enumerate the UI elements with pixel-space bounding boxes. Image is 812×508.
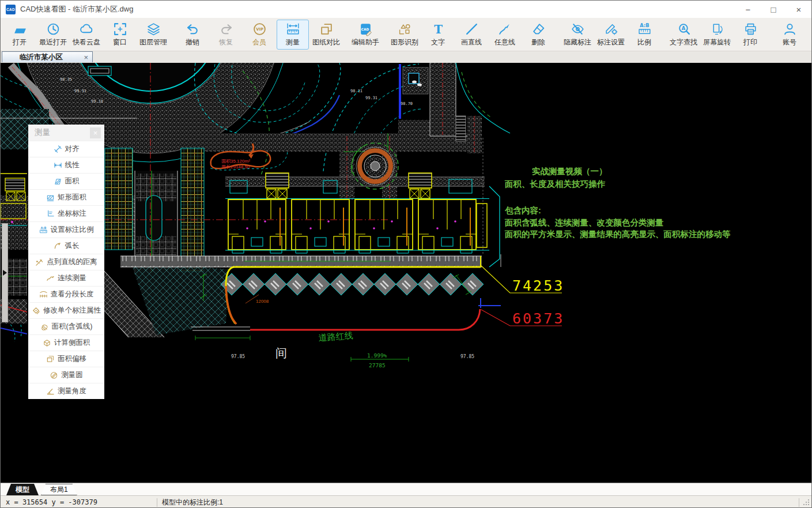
measure-tool-seglen[interactable]: 查看分段长度 (28, 286, 104, 302)
document-tab-close-icon[interactable]: × (80, 53, 92, 62)
measure-tool-offset[interactable]: 面积偏移 (28, 351, 104, 367)
measure-tool-label: 点到直线的距离 (47, 257, 97, 267)
toolbar-button-user[interactable]: 账号 (773, 20, 806, 50)
toolbar-button-compare[interactable]: 图纸对比 (310, 20, 342, 50)
collapsed-panel-strip[interactable] (2, 223, 8, 322)
measurement-red: 60373 (512, 310, 564, 327)
toolbar-button-printer[interactable]: 打印 (734, 20, 766, 50)
spot-elevation: 99.31 (365, 96, 377, 100)
toolbar-button-label: 打开 (13, 37, 27, 47)
measure-tool-align[interactable]: 对齐 (28, 141, 104, 157)
elev-right-label: 97.85 (460, 354, 474, 359)
measure-tool-p2l[interactable]: 点到直线的距离 (28, 254, 104, 270)
toolbar-button-label: 窗口 (113, 37, 127, 47)
measure-tool-label: 坐标标注 (58, 209, 86, 219)
toolbar-button-undo[interactable]: 撤销 (176, 20, 209, 50)
drawing-canvas[interactable]: 面积35.120m² 周长29148.50 (1, 63, 812, 483)
measure-tool-modattr[interactable]: 修改单个标注属性 (28, 302, 104, 318)
toolbar-button-rotate[interactable]: 屏幕旋转 (701, 20, 733, 50)
status-divider-right (799, 498, 799, 507)
elev-left-label: 97.85 (231, 354, 245, 359)
measure-tool-label: 设置标注比例 (51, 225, 94, 235)
measure-tool-label: 连续测量 (58, 273, 86, 283)
toolbar-button-label: 会员 (252, 37, 266, 47)
gate-label: 间 (275, 347, 287, 359)
toolbar-button-layers[interactable]: 图层管理 (137, 20, 169, 50)
slope-label: 1.999% (367, 352, 387, 359)
toolbar-button-label: 图形识别 (391, 37, 418, 47)
maximize-button[interactable]: □ (761, 1, 786, 18)
toolbar-button-folder[interactable]: 打开 (3, 20, 36, 50)
toolbar-button-shapes[interactable]: 图形识别 (388, 20, 421, 50)
length-label: 27785 (369, 362, 386, 368)
toolbar-button-pen[interactable]: 任意线 (489, 20, 521, 50)
toolbar-button-clock[interactable]: 最近打开 (37, 20, 69, 50)
annotation-scale-info: 模型中的标注比例:1 (157, 498, 799, 507)
measure-tool-label: 面积 (65, 176, 80, 186)
toolbar-button-redo[interactable]: 恢复 (210, 20, 242, 50)
close-button[interactable]: × (786, 1, 811, 18)
toolbar-button-pengear[interactable]: 标注设置 (595, 20, 627, 50)
measure-tool-scaleset[interactable]: A:B设置标注比例 (28, 221, 104, 238)
toolbar-button-ab[interactable]: A:B比例 (628, 20, 660, 50)
measure-tool-rectarea[interactable]: 矩形面积 (28, 189, 104, 205)
toolbar-button-line[interactable]: 画直线 (455, 20, 488, 50)
toolbar-button-cloud[interactable]: 快看云盘 (70, 20, 103, 50)
measure-tool-label: 测量角度 (58, 386, 86, 396)
toolbar-button-label: 比例 (637, 37, 651, 47)
measure-tool-angle[interactable]: 测量角度 (28, 383, 104, 399)
svg-text:CAD: CAD (361, 27, 369, 31)
measure-tool-label: 计算侧面积 (54, 338, 90, 348)
toolbar-button-measure[interactable]: 测量 (277, 20, 309, 50)
toolbar-button-label: 打印 (743, 37, 757, 47)
window-title: CAD快速看图 - 临沂市某小区.dwg (20, 4, 735, 14)
resize-grip[interactable] (803, 499, 810, 506)
toolbar-button-vip[interactable]: VIP会员 (243, 20, 275, 50)
toolbar-button-searchA[interactable]: A文字查找 (667, 20, 700, 50)
toolbar-button-label: 最近打开 (39, 37, 67, 47)
toolbar-button-label: 测量 (286, 37, 300, 47)
svg-text:T: T (434, 22, 443, 36)
measure-tool-areaarc[interactable]: 面积(含弧线) (28, 318, 104, 334)
status-bar: x = 315654 y = -307379 模型中的标注比例:1 (1, 495, 811, 508)
measure-tool-arc[interactable]: 弧长 (28, 238, 104, 254)
svg-text:A: A (681, 25, 685, 31)
measure-tool-coord[interactable]: 坐标标注 (28, 205, 104, 221)
measure-tool-label: 矩形面积 (58, 193, 86, 202)
document-tab[interactable]: 临沂市某小区 × (2, 51, 93, 62)
measure-panel-title: 测量 (35, 127, 90, 138)
toolbar-button-frame[interactable]: 窗口 (104, 20, 136, 50)
measured-roads (191, 254, 562, 362)
measure-tool-contm[interactable]: 连续测量 (28, 270, 104, 286)
measure-tool-area[interactable]: 面积 (28, 173, 104, 189)
measure-tool-linear[interactable]: 线性 (28, 157, 104, 173)
window-controls: − □ × (735, 1, 811, 18)
toolbar-button-label: 隐藏标注 (564, 37, 591, 47)
toolbar-button-label: 编辑助手 (352, 37, 379, 47)
toolbar-button-headset[interactable]: 客服 (807, 20, 812, 50)
document-tab-label: 临沂市某小区 (2, 52, 80, 62)
toolbar-button-eyeoff[interactable]: 隐藏标注 (561, 20, 594, 50)
minimize-button[interactable]: − (735, 1, 761, 18)
measure-tool-label: 对齐 (65, 144, 80, 154)
svg-text:VIP: VIP (256, 27, 263, 32)
cad-drawing[interactable]: 面积35.120m² 周长29148.50 (1, 63, 812, 483)
sidewalk-band (120, 256, 482, 267)
svg-text:A:B: A:B (640, 22, 649, 28)
measure-tool-mcircle[interactable]: 测量圆 (28, 367, 104, 383)
promo-line4: 面积含弧线、连续测量、改变颜色分类测量 (504, 218, 664, 227)
spot-elevation: 98.70 (401, 101, 413, 106)
expand-arrow-icon (3, 270, 7, 276)
toolbar-button-cadoc[interactable]: CAD编辑助手 (349, 20, 382, 50)
toolbar-button-label: 屏幕旋转 (703, 37, 731, 47)
spot-elevation: 99.31 (74, 89, 86, 93)
tab-model[interactable]: 模型 (6, 484, 39, 495)
tab-layout1[interactable]: 布局1 (41, 484, 77, 495)
toolbar-button-label: 账号 (783, 37, 796, 47)
measure-panel-close-button[interactable]: × (90, 127, 101, 138)
app-window: CAD CAD快速看图 - 临沂市某小区.dwg − □ × 打开最近打开快看云… (0, 0, 812, 508)
toolbar-button-eraser[interactable]: 删除 (522, 20, 554, 50)
toolbar-button-text[interactable]: T文字 (422, 20, 454, 50)
measure-tool-sidearea[interactable]: 计算侧面积 (28, 334, 104, 351)
toolbar-button-label: 任意线 (494, 37, 515, 47)
